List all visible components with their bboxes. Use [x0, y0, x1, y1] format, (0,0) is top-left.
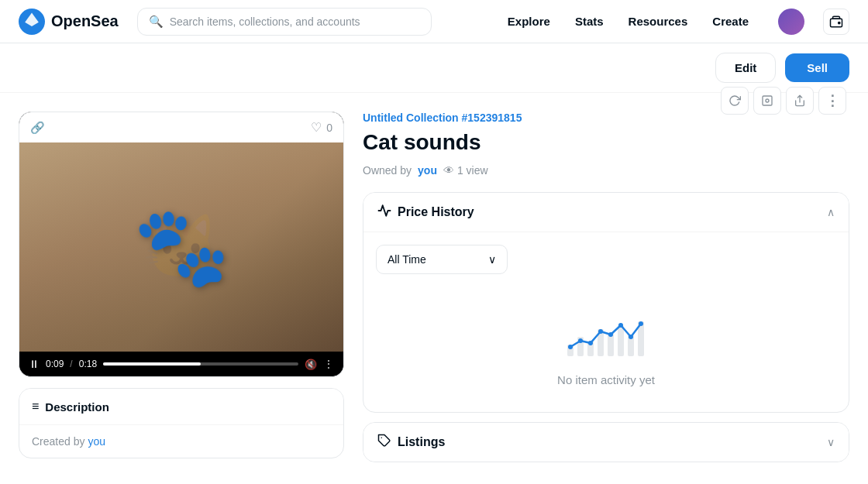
pause-button[interactable]: ⏸	[29, 358, 40, 370]
search-input[interactable]	[170, 15, 420, 28]
right-panel: Untitled Collection #152391815 Cat sound…	[363, 112, 849, 472]
fullscreen-button[interactable]	[753, 87, 781, 115]
created-by-text: Created by you	[32, 435, 105, 448]
svg-point-17	[629, 335, 633, 339]
no-activity-text: No item activity yet	[557, 373, 655, 386]
progress-fill	[103, 362, 201, 366]
price-history-body: All Time ∨	[363, 232, 849, 413]
svg-point-14	[598, 329, 603, 334]
listings-header[interactable]: Listings ∨	[363, 423, 849, 462]
share-button[interactable]	[786, 87, 814, 115]
svg-point-12	[578, 338, 583, 343]
time-separator: /	[70, 359, 72, 369]
logo-link[interactable]: OpenSea	[19, 9, 119, 35]
empty-chart-area: No item activity yet	[376, 287, 836, 402]
nav-explore[interactable]: Explore	[497, 9, 561, 34]
logo-text: OpenSea	[51, 12, 119, 30]
action-bar: Edit Sell	[0, 43, 868, 93]
total-time: 0:18	[79, 359, 97, 369]
listings-label: Listings	[398, 435, 445, 449]
svg-rect-8	[618, 325, 624, 356]
wallet-icon[interactable]	[823, 9, 849, 35]
current-time: 0:09	[46, 359, 64, 369]
description-icon: ≡	[32, 400, 39, 414]
listings-chevron-icon: ∨	[827, 436, 835, 448]
video-thumbnail: 🐱 🐾	[19, 142, 343, 352]
chart-icon	[377, 204, 391, 221]
like-count: 0	[326, 122, 332, 134]
listings-header-left: Listings	[377, 434, 445, 451]
svg-point-13	[588, 341, 593, 345]
left-panel: 🔗 ♡ 0 🐱 🐾 ⏸ 0:09 /	[19, 112, 344, 472]
search-bar[interactable]: 🔍	[137, 8, 432, 36]
description-header[interactable]: ≡ Description	[19, 389, 343, 424]
item-title: Cat sounds	[363, 130, 849, 155]
more-options-icon: ⋮	[825, 92, 840, 109]
media-like-area[interactable]: ♡ 0	[311, 120, 332, 135]
more-options-button[interactable]: ⋮	[818, 87, 846, 115]
description-label: Description	[45, 400, 109, 414]
svg-point-2	[839, 22, 840, 23]
price-history-header[interactable]: Price History ∧	[363, 193, 849, 232]
mute-button[interactable]: 🔇	[305, 359, 317, 370]
media-link-icon[interactable]: 🔗	[30, 121, 45, 135]
media-top-bar: 🔗 ♡ 0	[19, 112, 343, 142]
svg-point-11	[568, 345, 573, 349]
views-count: 1 view	[457, 164, 488, 177]
price-history-label: Price History	[398, 205, 474, 219]
navbar: OpenSea 🔍 Explore Stats Resources Create	[0, 0, 868, 43]
edit-button[interactable]: Edit	[715, 53, 776, 83]
nav-resources[interactable]: Resources	[618, 9, 699, 34]
svg-point-15	[608, 332, 613, 337]
progress-bar[interactable]	[103, 362, 298, 366]
price-history-header-left: Price History	[377, 204, 474, 221]
listings-card: Listings ∨	[363, 422, 849, 462]
cat-paw-icon: 🐾	[133, 201, 230, 293]
dropdown-chevron-icon: ∨	[488, 253, 496, 266]
main-content: 🔗 ♡ 0 🐱 🐾 ⏸ 0:09 /	[0, 93, 868, 484]
opensea-logo-icon	[19, 9, 45, 35]
time-dropdown[interactable]: All Time ∨	[376, 245, 508, 274]
video-controls: ⏸ 0:09 / 0:18 🔇 ⋮	[19, 352, 343, 376]
media-card: 🔗 ♡ 0 🐱 🐾 ⏸ 0:09 /	[19, 112, 344, 377]
views-badge: 👁 1 view	[443, 164, 488, 177]
heart-icon: ♡	[311, 120, 322, 135]
chain-link-icon: 🔗	[30, 121, 45, 135]
time-dropdown-value: All Time	[388, 253, 426, 266]
description-card: ≡ Description Created by you	[19, 388, 344, 458]
description-body: Created by you	[19, 424, 343, 458]
created-prefix: Created by	[32, 435, 84, 448]
search-icon: 🔍	[149, 15, 164, 29]
eye-icon: 👁	[443, 164, 454, 177]
nav-stats[interactable]: Stats	[564, 9, 615, 34]
sell-button[interactable]: Sell	[785, 53, 849, 82]
nav-create[interactable]: Create	[701, 9, 760, 34]
owned-by-text: Owned by	[363, 164, 412, 177]
main-nav: Explore Stats Resources Create	[497, 9, 760, 34]
avatar[interactable]	[778, 9, 804, 35]
creator-link[interactable]: you	[88, 435, 105, 448]
price-history-chevron-icon: ∧	[827, 206, 835, 218]
ownership-row: Owned by you 👁 1 view	[363, 164, 849, 177]
svg-point-16	[618, 323, 623, 328]
svg-point-21	[766, 99, 769, 102]
refresh-button[interactable]	[721, 87, 749, 115]
svg-point-18	[639, 321, 643, 326]
item-actions: ⋮	[721, 87, 846, 115]
tag-icon	[377, 434, 391, 451]
video-more-button[interactable]: ⋮	[323, 358, 334, 370]
svg-rect-20	[763, 96, 772, 105]
owner-link[interactable]: you	[418, 164, 437, 177]
price-history-card: Price History ∧ All Time ∨	[363, 192, 849, 413]
chart-placeholder	[563, 302, 649, 364]
